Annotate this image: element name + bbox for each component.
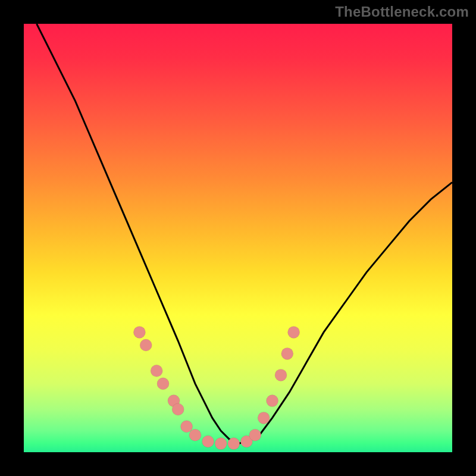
curve-marker (281, 347, 293, 359)
curve-marker (151, 365, 162, 377)
chart-frame: TheBottleneck.com (0, 0, 476, 476)
curve-marker (267, 395, 278, 407)
curve-marker (228, 438, 240, 450)
watermark-text: TheBottleneck.com (335, 4, 469, 20)
curve-marker (215, 438, 227, 450)
curve-line (37, 24, 452, 444)
plot-area (24, 24, 452, 452)
curve-marker (181, 421, 193, 433)
curve-marker (133, 326, 145, 338)
bottleneck-curve (24, 24, 452, 452)
curve-marker (140, 339, 152, 351)
curve-marker (275, 369, 287, 381)
curve-marker (189, 429, 201, 441)
curve-marker (172, 403, 184, 415)
curve-marker (288, 326, 300, 338)
curve-marker (202, 436, 214, 447)
curve-marker (157, 378, 169, 390)
curve-marker (249, 429, 261, 441)
curve-marker (258, 412, 270, 424)
curve-markers (133, 326, 299, 449)
